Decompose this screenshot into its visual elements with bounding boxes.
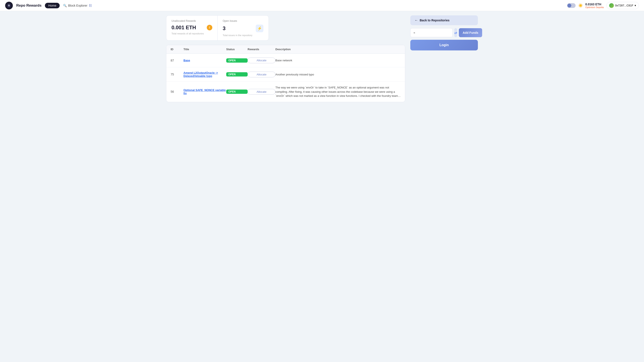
sun-icon: ☀️ — [578, 3, 583, 8]
open-issues-card: Open Issues 3 ⚡ Total issues in the repo… — [218, 15, 269, 40]
bolt-icon: ⚡ — [256, 24, 264, 32]
status-badge-87: OPEN — [226, 58, 248, 63]
status-badge-56: OPEN — [226, 89, 248, 94]
issues-table: ID Title Status Rewards Description 87 B… — [166, 45, 405, 102]
wallet-button[interactable]: 0x7287...C81F ▾ — [606, 2, 639, 9]
unallocated-sub: Total rewards of all repositories — [172, 32, 212, 35]
wallet-avatar — [609, 3, 614, 8]
col-rewards: Rewards — [248, 48, 276, 51]
left-panel: Unallocated Rewards 0.001 ETH ! Total re… — [166, 15, 405, 102]
brand-name: Repo Rewards — [16, 3, 42, 8]
open-issues-sub: Total issues in the repository — [223, 34, 264, 36]
app-logo: R — [5, 2, 13, 9]
back-to-repositories-button[interactable]: ← Back to Repositories — [410, 15, 478, 25]
table-row: 75 Amend L2OutputOracle -> DelayedVetoab… — [166, 67, 405, 82]
open-issues-value: 3 — [223, 25, 226, 31]
col-status: Status — [226, 48, 248, 51]
row-title-75[interactable]: Amend L2OutputOracle -> DelayedVetoable … — [184, 71, 226, 77]
stat-value-row-2: 3 ⚡ — [223, 24, 264, 32]
theme-toggle[interactable] — [567, 3, 576, 8]
stat-value-row: 0.001 ETH ! — [172, 24, 212, 30]
login-button[interactable]: Login — [410, 40, 478, 50]
col-title: Title — [184, 48, 226, 51]
unallocated-rewards-card: Unallocated Rewards 0.001 ETH ! Total re… — [166, 15, 218, 40]
row-id-87: 87 — [170, 59, 184, 62]
eth-info: 0.0163 ETH Optimism Sepolia — [586, 2, 604, 8]
col-id: ID — [170, 48, 184, 51]
row-id-75: 75 — [170, 73, 184, 76]
search-input[interactable] — [410, 28, 453, 37]
chevron-down-icon: ▾ — [634, 4, 636, 7]
home-button[interactable]: Home — [45, 3, 60, 8]
swap-button[interactable]: ⇄ — [454, 28, 457, 37]
wallet-address: 0x7287...C81F — [615, 4, 633, 7]
block-explorer-label: Block Explorer — [68, 4, 87, 7]
navbar: R Repo Rewards Home 🔍 Block Explorer ⛓ ☀… — [0, 0, 644, 11]
back-label: Back to Repositories — [420, 18, 450, 22]
stats-row: Unallocated Rewards 0.001 ETH ! Total re… — [166, 15, 269, 41]
status-badge-75: OPEN — [226, 72, 248, 76]
add-funds-button[interactable]: Add Funds — [459, 28, 482, 37]
navbar-right: ☀️ 0.0163 ETH Optimism Sepolia 0x7287...… — [567, 2, 639, 9]
unallocated-value: 0.001 ETH — [172, 24, 196, 30]
unallocated-label: Unallocated Rewards — [172, 19, 212, 22]
col-description: Description — [276, 48, 401, 51]
allocate-button-75[interactable]: Allocate — [248, 72, 276, 77]
row-title-87[interactable]: Base — [184, 59, 226, 62]
eth-amount: 0.0163 ETH — [586, 2, 604, 6]
table-row: 56 Optional SAFE_NONCE variable fix OPEN… — [166, 82, 405, 102]
back-arrow-icon: ← — [414, 18, 418, 22]
warning-icon: ! — [207, 25, 212, 30]
eth-network: Optimism Sepolia — [586, 6, 604, 8]
right-panel: ← Back to Repositories ⇄ Add Funds Login — [405, 15, 478, 102]
row-id-56: 56 — [170, 90, 184, 93]
main-content: Unallocated Rewards 0.001 ETH ! Total re… — [161, 11, 483, 106]
row-desc-56: The way we were using `envOr` to take in… — [276, 85, 401, 98]
swap-icon: ⇄ — [454, 31, 457, 35]
block-explorer-icon: ⛓ — [89, 4, 92, 7]
table-row: 87 Base OPEN Allocate Base network — [166, 54, 405, 67]
row-desc-75: Another previously missed typo — [276, 73, 401, 76]
search-row: ⇄ Add Funds — [410, 28, 478, 37]
toggle-thumb — [568, 4, 571, 7]
row-title-56[interactable]: Optional SAFE_NONCE variable fix — [184, 88, 226, 95]
row-desc-87: Base network — [276, 59, 401, 62]
search-icon: 🔍 — [63, 4, 67, 7]
allocate-button-56[interactable]: Allocate — [248, 89, 276, 95]
block-explorer-link[interactable]: 🔍 Block Explorer ⛓ — [63, 4, 92, 7]
allocate-button-87[interactable]: Allocate — [248, 57, 276, 63]
svg-text:R: R — [8, 4, 10, 7]
open-issues-label: Open Issues — [223, 19, 264, 22]
table-header: ID Title Status Rewards Description — [166, 45, 405, 54]
